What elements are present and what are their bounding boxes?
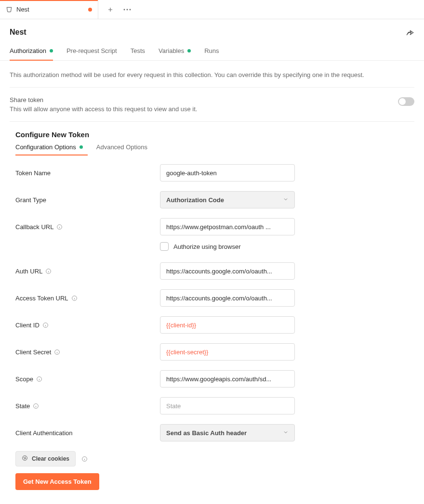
share-token-text: Share token This will allow anyone with … — [10, 96, 197, 113]
label-client-id: Client ID — [15, 322, 160, 329]
tab-authorization[interactable]: Authorization — [10, 47, 53, 60]
share-token-row: Share token This will allow anyone with … — [10, 90, 414, 122]
tab-label: Variables — [159, 47, 184, 54]
tab-prerequest[interactable]: Pre-request Script — [66, 47, 117, 60]
chevron-down-icon — [283, 196, 289, 204]
status-dot-icon — [80, 145, 83, 149]
svg-point-12 — [25, 457, 26, 457]
auth-description: This authorization method will be used f… — [10, 71, 414, 78]
tab-tests[interactable]: Tests — [131, 47, 145, 60]
button-label: Clear cookies — [32, 455, 69, 462]
unsaved-dot-icon — [88, 8, 92, 12]
svg-point-2 — [130, 9, 131, 10]
share-token-sub: This will allow anyone with access to th… — [10, 105, 197, 113]
row-scope: Scope — [15, 370, 414, 388]
info-icon[interactable] — [71, 295, 78, 301]
clear-cookies-button[interactable]: Clear cookies — [15, 451, 76, 466]
divider — [10, 87, 414, 88]
chevron-down-icon — [283, 429, 289, 437]
token-name-input[interactable] — [160, 164, 295, 181]
tab-variables[interactable]: Variables — [159, 47, 191, 60]
row-authorize-browser: Authorize using browser — [160, 242, 295, 251]
share-icon[interactable] — [406, 28, 414, 37]
status-dot-icon — [187, 49, 191, 52]
callback-url-input[interactable] — [160, 218, 295, 235]
info-icon[interactable] — [42, 322, 49, 328]
svg-point-0 — [124, 9, 125, 10]
tab-runs[interactable]: Runs — [204, 47, 219, 60]
top-tab-label: Nest — [16, 6, 84, 13]
label-access-token-url: Access Token URL — [15, 295, 160, 302]
svg-point-10 — [23, 456, 27, 461]
collection-title: Nest — [10, 28, 26, 37]
tab-label: Pre-request Script — [66, 47, 117, 54]
row-client-secret: Client Secret — [15, 343, 414, 361]
svg-point-13 — [24, 459, 25, 459]
label-token-name: Token Name — [15, 169, 160, 177]
top-tabstrip: Nest — [0, 0, 424, 19]
button-label: Get New Access Token — [23, 478, 92, 485]
more-tabs-button[interactable] — [123, 9, 131, 11]
row-auth-url: Auth URL — [15, 262, 414, 280]
label-text: Token Name — [15, 169, 51, 177]
info-icon[interactable] — [45, 268, 52, 274]
select-value: Authorization Code — [166, 196, 224, 204]
subtab-config-options[interactable]: Configuration Options — [15, 143, 83, 155]
label-scope: Scope — [15, 375, 160, 383]
get-new-access-token-button[interactable]: Get New Access Token — [15, 473, 99, 490]
row-callback-url: Callback URL — [15, 218, 414, 235]
svg-point-11 — [24, 457, 24, 458]
label-callback-url: Callback URL — [15, 223, 160, 231]
top-tab-actions — [98, 0, 140, 19]
collection-icon — [6, 6, 13, 13]
label-state: State — [15, 402, 160, 410]
request-tabs: Authorization Pre-request Script Tests V… — [0, 47, 424, 61]
share-token-label: Share token — [10, 96, 197, 103]
svg-point-1 — [127, 9, 128, 10]
label-text: Callback URL — [15, 223, 53, 231]
client-secret-input[interactable] — [160, 343, 295, 361]
row-token-name: Token Name — [15, 164, 414, 181]
row-state: State — [15, 397, 414, 414]
cookie-icon — [22, 455, 28, 463]
content-area: This authorization method will be used f… — [0, 61, 424, 500]
share-token-toggle[interactable] — [398, 97, 414, 106]
title-bar: Nest — [0, 19, 424, 40]
svg-point-14 — [26, 458, 26, 459]
actions-row: Clear cookies — [15, 451, 414, 466]
label-text: State — [15, 402, 30, 410]
info-icon[interactable] — [56, 224, 63, 230]
label-text: Auth URL — [15, 268, 42, 275]
authorize-browser-checkbox[interactable] — [160, 242, 169, 251]
state-input[interactable] — [160, 397, 295, 414]
auth-url-input[interactable] — [160, 262, 295, 280]
access-token-url-input[interactable] — [160, 289, 295, 307]
row-client-id: Client ID — [15, 316, 414, 334]
label-client-auth: Client Authentication — [15, 429, 160, 437]
scope-input[interactable] — [160, 370, 295, 388]
client-auth-select[interactable]: Send as Basic Auth header — [160, 424, 295, 441]
info-icon[interactable] — [33, 403, 39, 409]
new-tab-button[interactable] — [107, 6, 114, 13]
row-access-token-url: Access Token URL — [15, 289, 414, 307]
tab-label: Authorization — [10, 47, 46, 54]
config-subtabs: Configuration Options Advanced Options — [15, 143, 414, 155]
select-value: Send as Basic Auth header — [166, 429, 247, 437]
label-auth-url: Auth URL — [15, 268, 160, 275]
info-icon[interactable] — [36, 376, 42, 382]
client-id-input[interactable] — [160, 316, 295, 334]
toggle-knob — [399, 98, 406, 105]
token-form: Token Name Grant Type Authorization Code — [15, 164, 414, 441]
top-tab-nest[interactable]: Nest — [0, 0, 98, 19]
section-title: Configure New Token — [15, 130, 414, 139]
tab-label: Runs — [204, 47, 219, 54]
label-text: Client Authentication — [15, 429, 73, 437]
info-icon[interactable] — [81, 456, 88, 462]
subtab-label: Configuration Options — [15, 143, 76, 151]
grant-type-select[interactable]: Authorization Code — [160, 191, 295, 208]
info-icon[interactable] — [54, 349, 60, 355]
label-text: Scope — [15, 375, 33, 383]
subtab-advanced-options[interactable]: Advanced Options — [96, 143, 147, 155]
authorize-browser-label: Authorize using browser — [173, 243, 240, 250]
label-text: Grant Type — [15, 196, 46, 204]
